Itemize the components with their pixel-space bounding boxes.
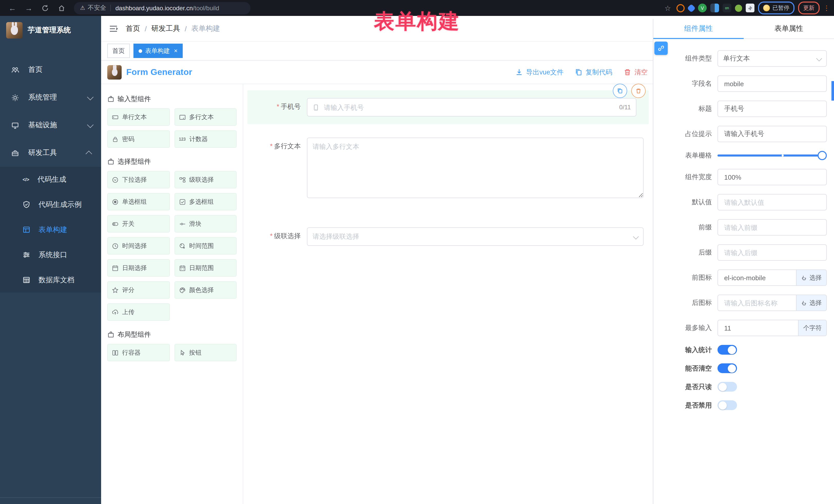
sidebar-item-db-doc[interactable]: 数据库文档 [0,267,101,292]
mobile-input[interactable]: 0/11 [307,98,636,116]
component-chip-time-range[interactable]: 时间范围 [174,237,237,255]
title-input[interactable] [723,105,821,113]
copy-code-button[interactable]: 复制代码 [575,67,612,77]
clear-button[interactable]: 清空 [623,67,648,77]
disabled-toggle[interactable] [718,400,737,410]
sidebar-item-label: 表单构建 [39,225,67,234]
sidebar-item-system[interactable]: 系统管理 [0,84,101,111]
sidebar-item-codegen-example[interactable]: 代码生成示例 [0,192,101,217]
extension-ring-icon[interactable] [676,4,685,12]
component-chip-time-picker[interactable]: 时间选择 [107,237,170,255]
prefix-input[interactable] [723,223,821,232]
field-label: 表单栅格 [674,151,718,160]
cascader-placeholder: 请选择级联选择 [312,232,359,241]
component-width-input[interactable] [723,173,821,181]
bookmark-star-icon[interactable]: ☆ [663,3,673,13]
browser-forward-button[interactable]: → [23,2,35,14]
textarea-field-row[interactable]: *多行文本 [247,137,649,200]
tab-form-props[interactable]: 表单属性 [744,19,834,39]
component-chip-color-picker[interactable]: 颜色选择 [174,281,237,299]
browser-reload-button[interactable] [39,2,51,14]
component-type-select[interactable]: 单行文本 [718,50,827,67]
extension-leaf-icon[interactable] [735,4,742,12]
sidebar-item-codegen[interactable]: </> 代码生成 [0,167,101,192]
form-grid-slider[interactable] [718,154,823,156]
hamburger-icon[interactable] [108,23,118,34]
suffix-input[interactable] [723,248,821,257]
prepend-icon-select-button[interactable]: 选择 [796,269,827,286]
tag-home[interactable]: 首页 [107,44,130,58]
sidebar: 芋道管理系统 首页 系统管理 [0,16,101,504]
component-chip-button[interactable]: 按钮 [174,344,237,361]
component-chip-radio-group[interactable]: 单选框组 [107,193,170,211]
cascader-select[interactable]: 请选择级联选择 [307,227,643,246]
sidebar-item-infra[interactable]: 基础设施 [0,111,101,139]
browser-update-button[interactable]: 更新 [798,2,820,14]
field-label: 前图标 [674,273,718,282]
component-chip-single-line-text[interactable]: 单行文本 [107,108,170,126]
sidebar-item-api[interactable]: 系统接口 [0,242,101,267]
component-chip-upload[interactable]: 上传 [107,303,170,321]
chip-label: 多行文本 [189,113,214,122]
placeholder-input[interactable] [723,130,821,138]
mobile-input-field[interactable] [323,103,616,112]
component-chip-checkbox-group[interactable]: 多选框组 [174,193,237,211]
input-stats-toggle[interactable] [718,345,737,355]
prepend-icon-input[interactable] [723,273,791,282]
extension-v-icon[interactable]: V [698,4,707,12]
field-label: 标题 [674,104,718,113]
required-asterisk: * [277,103,279,110]
browser-back-button[interactable]: ← [6,2,19,14]
profile-paused-badge[interactable]: 已暂停 [758,2,794,14]
extension-split-icon[interactable] [710,4,719,12]
link-button[interactable] [654,42,668,55]
component-chip-cascader[interactable]: 级联选择 [174,171,237,188]
scrollbar-thumb[interactable] [831,81,834,101]
section-title: 布局型组件 [117,330,151,339]
append-icon-select-button[interactable]: 选择 [796,294,827,311]
component-chip-password[interactable]: 密码 [107,130,170,148]
component-chip-textarea[interactable]: 多行文本 [174,108,237,126]
delete-component-button[interactable] [631,84,646,98]
breadcrumb-home[interactable]: 首页 [126,24,140,33]
field-name-input[interactable] [723,79,821,88]
sidebar-logo-row[interactable]: 芋道管理系统 [0,16,101,45]
component-chip-counter[interactable]: 123 计数器 [174,130,237,148]
component-chip-rate[interactable]: 评分 [107,281,170,299]
close-tag-icon[interactable]: × [174,47,178,54]
browser-menu-icon[interactable]: ⋮ [823,4,830,12]
extensions-puzzle-icon[interactable] [746,4,754,12]
browser-home-button[interactable] [56,2,68,14]
textarea-field[interactable] [307,137,643,198]
component-chip-row-container[interactable]: 行容器 [107,344,170,361]
component-chip-select[interactable]: 下拉选择 [107,171,170,188]
extension-diamond-icon[interactable] [687,4,696,12]
toggle-knob [728,364,736,372]
component-chip-slider[interactable]: 滑块 [174,215,237,233]
sidebar-item-form-builder[interactable]: 表单构建 [0,217,101,242]
cascader-field-row[interactable]: *级联选择 请选择级联选择 [247,227,649,246]
slider-handle[interactable] [817,151,827,160]
tab-component-props[interactable]: 组件属性 [653,19,744,39]
component-chip-date-range[interactable]: 日期范围 [174,259,237,277]
default-value-input[interactable] [723,198,821,206]
sidebar-item-home[interactable]: 首页 [0,56,101,84]
clearable-toggle[interactable] [718,364,737,373]
breadcrumb-devtools[interactable]: 研发工具 [151,24,180,33]
append-icon-input[interactable] [723,299,791,307]
component-chip-date-picker[interactable]: 日期选择 [107,259,170,277]
tag-form-builder[interactable]: 表单构建 × [133,44,183,58]
duplicate-component-button[interactable] [613,84,627,98]
extension-on-badge-icon[interactable]: on [723,4,731,12]
breadcrumb-separator: / [185,24,187,32]
selected-component-block[interactable]: *手机号 0/11 [247,90,649,124]
component-chip-switch[interactable]: 开关 [107,215,170,233]
address-bar[interactable]: ⚠ 不安全 dashboard.yudao.iocoder.cn/tool/bu… [74,2,250,14]
readonly-toggle[interactable] [718,382,737,392]
app-logo [6,22,23,39]
export-vue-button[interactable]: 导出vue文件 [515,67,564,77]
max-input-field[interactable] [723,324,793,332]
sidebar-item-devtools[interactable]: 研发工具 [0,139,101,167]
form-preview-canvas[interactable]: *手机号 0/11 [243,84,653,504]
chip-label: 下拉选择 [122,175,147,184]
